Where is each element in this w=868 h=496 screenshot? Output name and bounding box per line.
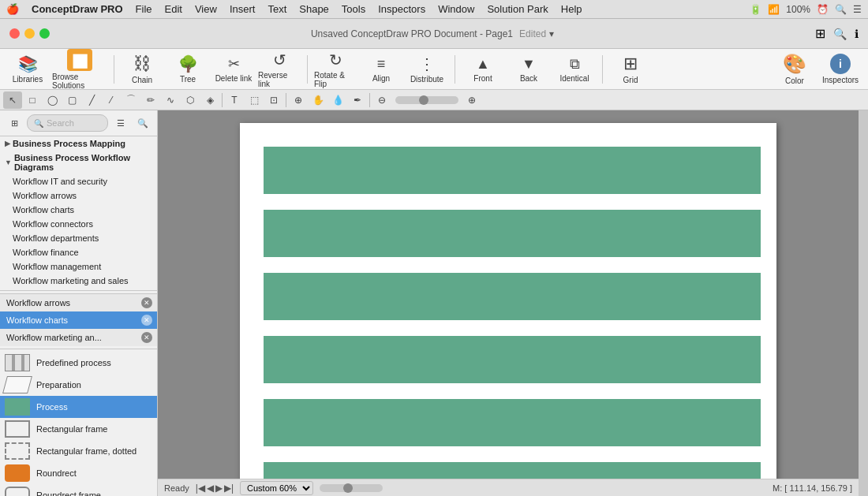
bezier-tool[interactable]: ∿	[161, 91, 180, 109]
libraries-button[interactable]: 📚 Libraries	[6, 51, 49, 88]
shape-roundrect-frame[interactable]: Roundrect frame	[0, 484, 157, 496]
delete-link-button[interactable]: ✂ Delete link	[212, 51, 255, 88]
section-bpwd[interactable]: ▼ Business Process Workflow Diagrams	[0, 151, 157, 174]
pen-tool[interactable]: ✒	[348, 91, 367, 109]
color-button[interactable]: 🎨 Color	[773, 51, 816, 88]
text-tool[interactable]: T	[225, 91, 244, 109]
zoom-thumb[interactable]	[343, 483, 353, 493]
maximize-button[interactable]	[39, 28, 50, 39]
poly-tool[interactable]: ⬡	[181, 91, 200, 109]
zoom-select[interactable]: Custom 60% 25% 50% 75% 100% 150% 200%	[240, 481, 313, 495]
active-tab-workflow-charts[interactable]: Workflow charts ✕	[0, 311, 157, 329]
control-center-icon[interactable]: ☰	[853, 4, 862, 15]
crop-tool[interactable]: ⊡	[264, 91, 283, 109]
search-menubar-icon[interactable]: 🔍	[835, 4, 847, 15]
oval-tool[interactable]: ◯	[43, 91, 62, 109]
zoom-out-btn[interactable]: ⊖	[372, 91, 391, 109]
shape-roundrect[interactable]: Roundrect	[0, 462, 157, 484]
back-button[interactable]: ▼ Back	[507, 51, 550, 88]
sidebar-search[interactable]: 🔍 Search	[27, 114, 108, 132]
zoom-in-tool[interactable]: ⊕	[289, 91, 308, 109]
file-menu[interactable]: File	[136, 3, 152, 15]
text-menu[interactable]: Text	[268, 3, 286, 15]
sidebar-item-workflow-finance[interactable]: Workflow finance	[0, 245, 157, 259]
window-menu[interactable]: Window	[438, 3, 474, 15]
shape-rectangular-frame-dotted[interactable]: Rectangular frame, dotted	[0, 440, 157, 462]
sidebar-item-workflow-departments[interactable]: Workflow departments	[0, 231, 157, 245]
front-label: Front	[473, 74, 492, 83]
view-menu[interactable]: View	[195, 3, 217, 15]
zoom-slider-area[interactable]	[392, 96, 462, 104]
sidebar-item-workflow-management[interactable]: Workflow management	[0, 259, 157, 274]
tools-menu[interactable]: Tools	[342, 3, 365, 15]
shape-predefined-process[interactable]: Predefined process	[0, 352, 157, 374]
canvas[interactable]	[158, 110, 859, 479]
search-title-icon[interactable]: 🔍	[833, 28, 847, 40]
shape-preparation[interactable]: Preparation	[0, 374, 157, 396]
sidebar-search-btn[interactable]: 🔍	[133, 114, 152, 132]
arc-tool[interactable]: ⌒	[122, 91, 140, 109]
page-next-btn[interactable]: ▶	[215, 483, 223, 494]
sidebar-grid-btn[interactable]: ⊞	[5, 114, 24, 132]
eyedropper-tool[interactable]: 💧	[328, 91, 347, 109]
browse-solutions-button[interactable]: ◼ Browse Solutions	[52, 51, 107, 88]
line-tool[interactable]: ∕	[102, 91, 121, 109]
distribute-button[interactable]: ⋮ Distribute	[406, 51, 448, 88]
rect-tool[interactable]: □	[23, 91, 42, 109]
identical-button[interactable]: ⧉ Identical	[553, 51, 596, 88]
zoom-in-btn[interactable]: ⊕	[462, 91, 481, 109]
mac-menubar: 🍎 ConceptDraw PRO File Edit View Insert …	[0, 0, 868, 19]
stamp-tool[interactable]: ◈	[200, 91, 219, 109]
grid-label: Grid	[623, 76, 638, 84]
inspectors-menu[interactable]: Inspectors	[378, 3, 425, 15]
settings-icon[interactable]: ℹ	[855, 28, 859, 40]
active-tab-workflow-arrows[interactable]: Workflow arrows ✕	[0, 294, 157, 311]
chain-button[interactable]: ⛓ Chain	[121, 51, 163, 88]
rotate-flip-label: Rotate & Flip	[314, 71, 357, 88]
image-tool[interactable]: ⬚	[245, 91, 264, 109]
solution-park-menu[interactable]: Solution Park	[487, 3, 548, 15]
rotate-flip-button[interactable]: ↻ Rotate & Flip	[314, 51, 357, 88]
roundrect-tool[interactable]: ▢	[62, 91, 81, 109]
minimize-button[interactable]	[24, 28, 35, 39]
shape-rectangular-frame[interactable]: Rectangular frame	[0, 418, 157, 440]
hand-tool[interactable]: ✋	[309, 91, 327, 109]
connector-tool[interactable]: ╱	[82, 91, 101, 109]
roundrect-preview	[5, 464, 30, 482]
page-first-btn[interactable]: |◀	[196, 483, 205, 494]
predefined-process-preview	[5, 354, 30, 371]
active-tab-workflow-marketing[interactable]: Workflow marketing an... ✕	[0, 329, 157, 346]
tree-button[interactable]: 🌳 Tree	[166, 51, 209, 88]
close-button[interactable]	[9, 28, 20, 39]
edit-menu[interactable]: Edit	[165, 3, 182, 15]
close-workflow-arrows[interactable]: ✕	[141, 297, 152, 308]
sidebar-list-btn[interactable]: ☰	[111, 114, 130, 132]
canvas-page[interactable]	[240, 123, 776, 479]
select-tool[interactable]: ↖	[3, 91, 22, 109]
pencil-tool[interactable]: ✏	[141, 91, 160, 109]
title-dropdown-icon[interactable]: ▾	[549, 28, 554, 39]
reverse-link-button[interactable]: ↺ Reverse link	[258, 51, 301, 88]
zoom-track[interactable]	[320, 484, 383, 492]
front-button[interactable]: ▲ Front	[462, 51, 504, 88]
insert-menu[interactable]: Insert	[230, 3, 256, 15]
right-scrollbar[interactable]	[859, 110, 868, 496]
close-workflow-charts[interactable]: ✕	[141, 315, 152, 326]
sidebar-item-workflow-charts[interactable]: Workflow charts	[0, 203, 157, 217]
sidebar-item-workflow-connectors[interactable]: Workflow connectors	[0, 217, 157, 231]
grid-button[interactable]: ⊞ Grid	[609, 51, 652, 88]
section-business-process-mapping[interactable]: ▶ Business Process Mapping	[0, 136, 157, 151]
app-menu-item[interactable]: ConceptDraw PRO	[32, 3, 123, 15]
align-button[interactable]: ≡ Align	[360, 51, 402, 88]
shape-menu[interactable]: Shape	[299, 3, 329, 15]
sidebar-item-workflow-it[interactable]: Workflow IT and security	[0, 174, 157, 188]
sidebar-item-workflow-marketing[interactable]: Workflow marketing and sales	[0, 274, 157, 288]
inspectors-button[interactable]: i Inspectors	[819, 51, 862, 88]
apple-menu[interactable]: 🍎	[6, 3, 19, 15]
help-menu[interactable]: Help	[561, 3, 582, 15]
page-last-btn[interactable]: ▶|	[224, 483, 234, 494]
close-workflow-marketing[interactable]: ✕	[141, 332, 152, 343]
page-prev-btn[interactable]: ◀	[207, 483, 214, 494]
sidebar-item-workflow-arrows[interactable]: Workflow arrows	[0, 188, 157, 203]
shape-process[interactable]: Process	[0, 396, 157, 418]
